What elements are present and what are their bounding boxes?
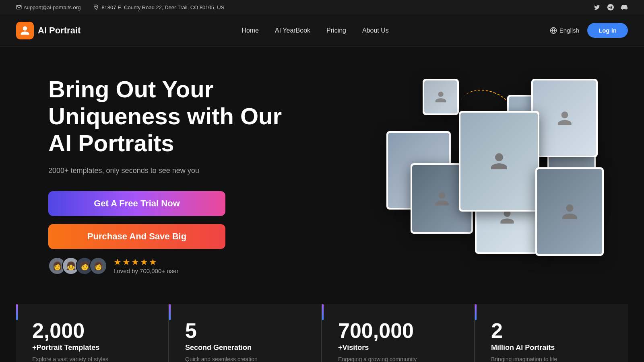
nav-home[interactable]: Home xyxy=(242,27,259,34)
stat-label-generation: Second Generation xyxy=(185,343,305,352)
nav-about[interactable]: About Us xyxy=(362,27,389,34)
rating-info: ★★★★★ Loved by 700,000+ user xyxy=(114,257,178,274)
hero-title: Bring Out Your Uniqueness with Our AI Po… xyxy=(48,76,298,156)
stat-label-portraits: Million AI Portraits xyxy=(491,343,612,352)
logo-icon xyxy=(16,22,34,39)
portrait-card-9 xyxy=(535,167,604,256)
discord-icon[interactable] xyxy=(621,4,628,11)
nav-pricing[interactable]: Pricing xyxy=(326,27,346,34)
stat-desc-generation: Quick and seamless creation xyxy=(185,356,305,362)
topbar-left: support@ai-portraits.org 81807 E. County… xyxy=(16,4,224,10)
stat-number-generation: 5 xyxy=(185,320,305,341)
email-info: support@ai-portraits.org xyxy=(16,4,80,10)
trial-button[interactable]: Get A Free Trial Now xyxy=(48,191,225,216)
stat-number-portraits: 2 xyxy=(491,320,612,341)
stat-desc-visitors: Engaging a growing community xyxy=(338,356,458,362)
portrait-card-1 xyxy=(423,79,459,115)
avatar-group: 👩 👧 🧑 👩 xyxy=(48,257,107,275)
svg-rect-0 xyxy=(17,5,21,9)
nav-links: Home AI YearBook Pricing About Us xyxy=(242,27,388,34)
hero-subtitle: 2000+ templates, only seconds to see new… xyxy=(48,167,298,175)
avatar-4: 👩 xyxy=(89,257,107,275)
email-icon xyxy=(16,4,22,10)
hero-left: Bring Out Your Uniqueness with Our AI Po… xyxy=(48,76,298,274)
stat-number-visitors: 700,000 xyxy=(338,320,458,341)
star-rating: ★★★★★ xyxy=(114,257,178,267)
social-proof: 👩 👧 🧑 👩 ★★★★★ Loved by 700,000+ user xyxy=(48,257,298,275)
navbar: AI Portrait Home AI YearBook Pricing Abo… xyxy=(0,14,644,47)
address-info: 81807 E. County Road 22, Deer Trail, CO … xyxy=(93,4,224,10)
svg-point-1 xyxy=(96,6,97,7)
purchase-button[interactable]: Purchase And Save Big xyxy=(48,224,225,249)
stat-card-portraits: 2 Million AI Portraits Bringing imaginat… xyxy=(475,304,628,362)
stat-desc-portraits: Bringing imagination to life xyxy=(491,356,612,362)
hero-section: Bring Out Your Uniqueness with Our AI Po… xyxy=(0,47,644,296)
nav-right: English Log in xyxy=(550,23,628,38)
login-button[interactable]: Log in xyxy=(587,23,628,38)
stat-label-visitors: +Visitors xyxy=(338,343,458,352)
logo-text: AI Portrait xyxy=(38,25,80,36)
nav-logo[interactable]: AI Portrait xyxy=(16,22,80,39)
location-icon xyxy=(93,4,99,10)
stat-label-templates: +Portrait Templates xyxy=(32,343,152,352)
loved-text: Loved by 700,000+ user xyxy=(114,267,178,274)
globe-icon xyxy=(550,27,557,34)
nav-yearbook[interactable]: AI YearBook xyxy=(275,27,310,34)
portrait-collage xyxy=(378,79,612,272)
stat-desc-templates: Explore a vast variety of styles xyxy=(32,356,152,362)
telegram-icon[interactable] xyxy=(607,4,614,11)
portrait-card-3 xyxy=(459,111,539,212)
language-selector[interactable]: English xyxy=(550,27,579,34)
stats-section: 2,000 +Portrait Templates Explore a vast… xyxy=(0,304,644,362)
twitter-icon[interactable] xyxy=(593,4,601,11)
language-label: English xyxy=(559,27,579,34)
stat-card-generation: 5 Second Generation Quick and seamless c… xyxy=(169,304,322,362)
portrait-card-7 xyxy=(531,79,598,157)
stat-number-templates: 2,000 xyxy=(32,320,152,341)
topbar-right xyxy=(593,4,628,11)
stat-card-templates: 2,000 +Portrait Templates Explore a vast… xyxy=(16,304,169,362)
topbar: support@ai-portraits.org 81807 E. County… xyxy=(0,0,644,14)
stat-card-visitors: 700,000 +Visitors Engaging a growing com… xyxy=(322,304,475,362)
